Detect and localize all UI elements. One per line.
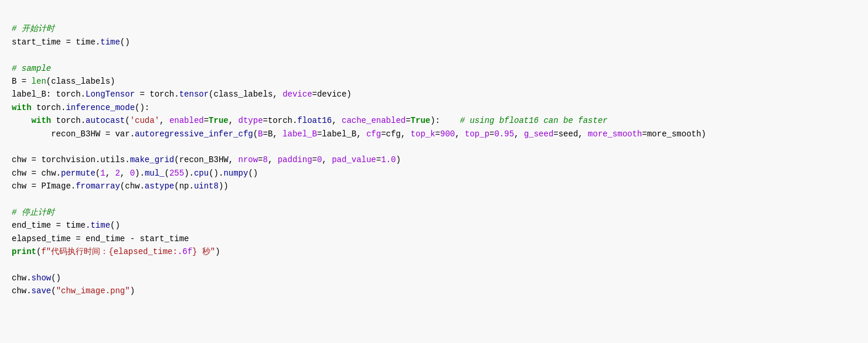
- line-show: chw.show(): [12, 273, 61, 283]
- line-make-grid: chw = torchvision.utils.make_grid(recon_…: [12, 155, 401, 164]
- line-with-inference: with torch.inference_mode():: [12, 103, 149, 112]
- line-elapsed: elapsed_time = end_time - start_time: [12, 234, 189, 243]
- line-label-b: label_B: torch.LongTensor = torch.tensor…: [12, 90, 352, 99]
- comment-sample: # sample: [12, 64, 51, 73]
- line-save: chw.save("chw_image.png"): [12, 286, 135, 296]
- comment-stop-timer: # 停止计时: [12, 208, 55, 217]
- line-b-len: B = len(class_labels): [12, 77, 115, 86]
- line-end-time: end_time = time.time(): [12, 221, 120, 230]
- comment-start-timer: # 开始计时: [12, 24, 55, 33]
- code-block: # 开始计时 start_time = time.time() # sample…: [0, 0, 868, 343]
- line-print: print(f"代码执行时间：{elapsed_time:.6f} 秒"): [12, 247, 220, 256]
- line-recon: recon_B3HW = var.autoregressive_infer_cf…: [12, 129, 706, 139]
- line-start-time: start_time = time.time(): [12, 37, 130, 47]
- line-with-autocast: with torch.autocast('cuda', enabled=True…: [12, 116, 608, 125]
- line-permute: chw = chw.permute(1, 2, 0).mul_(255).cpu…: [12, 169, 258, 178]
- line-fromarray: chw = PImage.fromarray(chw.astype(np.uin…: [12, 181, 229, 191]
